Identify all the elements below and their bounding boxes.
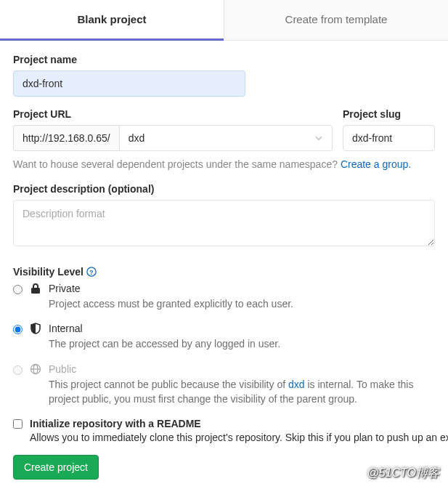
description-label: Project description (optional)	[13, 183, 435, 195]
project-url-label: Project URL	[13, 108, 333, 120]
lock-icon	[30, 283, 41, 294]
parent-group-link[interactable]: dxd	[288, 379, 305, 390]
project-slug-input[interactable]	[343, 125, 435, 151]
readme-desc: Allows you to immediately clone this pro…	[30, 432, 448, 443]
project-tabs: Blank project Create from template	[0, 0, 448, 41]
chevron-down-icon	[314, 134, 323, 142]
namespace-selected: dxd	[129, 132, 145, 144]
globe-icon	[30, 363, 41, 375]
tab-create-from-template[interactable]: Create from template	[224, 0, 448, 40]
description-textarea[interactable]	[13, 200, 435, 246]
visibility-public-desc: This project cannot be public because th…	[49, 377, 435, 407]
create-project-button[interactable]: Create project	[13, 455, 99, 480]
visibility-private-desc: Project access must be granted explicitl…	[49, 296, 293, 311]
visibility-private[interactable]: Private Project access must be granted e…	[13, 283, 435, 311]
project-name-group: Project name	[13, 54, 435, 97]
project-slug-label: Project slug	[343, 108, 435, 120]
readme-title: Initialize repository with a README	[30, 418, 448, 429]
project-name-label: Project name	[13, 54, 435, 65]
visibility-internal-radio[interactable]	[13, 325, 23, 334]
readme-checkbox[interactable]	[13, 419, 23, 429]
visibility-public: Public This project cannot be public bec…	[13, 363, 435, 407]
visibility-private-radio[interactable]	[13, 285, 23, 294]
help-icon[interactable]: ?	[86, 267, 97, 277]
create-group-link[interactable]: Create a group.	[341, 158, 411, 170]
shield-icon	[30, 323, 41, 334]
project-url-prefix: http://192.168.0.65/	[13, 125, 119, 151]
namespace-select[interactable]: dxd	[119, 125, 333, 151]
namespace-hint: Want to house several dependent projects…	[13, 158, 435, 170]
visibility-public-radio	[13, 365, 23, 375]
project-name-input[interactable]	[13, 70, 245, 97]
svg-text:?: ?	[89, 269, 93, 276]
readme-checkbox-group[interactable]: Initialize repository with a README Allo…	[13, 418, 435, 443]
visibility-internal-title: Internal	[49, 323, 280, 334]
visibility-private-title: Private	[49, 283, 293, 294]
visibility-public-title: Public	[49, 363, 435, 375]
tab-blank-project[interactable]: Blank project	[0, 0, 224, 41]
visibility-internal-desc: The project can be accessed by any logge…	[49, 336, 280, 351]
visibility-internal[interactable]: Internal The project can be accessed by …	[13, 323, 435, 351]
visibility-label: Visibility Level	[13, 266, 84, 278]
